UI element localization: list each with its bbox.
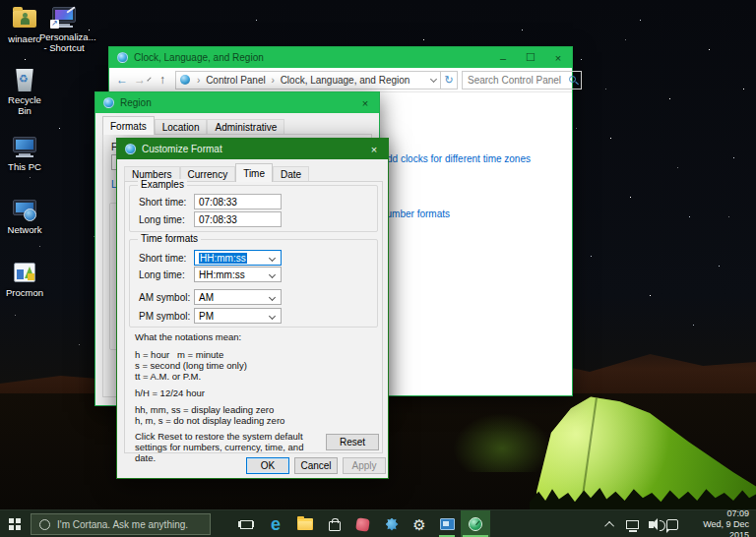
notation-line-4: h/H = 12/24 hour [135,388,205,398]
gear-icon: ⚙ [412,517,425,532]
file-explorer-icon [297,518,313,530]
chevron-down-icon [269,313,276,320]
navigation-toolbar: ← → ↑ › Control Panel › Clock, Language,… [109,68,572,92]
tab-date[interactable]: Date [273,166,309,182]
notation-line-2: s = second (long time only) [135,360,247,371]
dialog-title: Customize Format [142,144,360,154]
tab-time[interactable]: Time [235,163,273,182]
region-dialog-titlebar[interactable]: Region × [95,92,379,113]
settings-taskbar-button[interactable]: ⚙ [406,510,433,537]
example-short-time-value[interactable]: 07:08:33 [194,194,282,209]
control-panel-app-icon [117,52,128,63]
notation-line-6: h, m, s = do not display leading zero [135,415,284,426]
icon-label: This PC [0,161,49,172]
reset-button[interactable]: Reset [326,434,379,450]
short-time-combobox[interactable]: HH:mm:ss [194,250,282,266]
dialog-title: Region [120,97,351,108]
breadcrumb[interactable]: › Control Panel › Clock, Language, and R… [194,75,431,86]
chevron-down-icon [269,271,276,278]
cancel-button[interactable]: Cancel [294,457,338,474]
winaero-taskbar-button[interactable] [348,510,376,537]
back-button[interactable]: ← [113,73,131,87]
winaero-folder-icon [11,6,38,31]
group-title: Examples [138,179,187,190]
search-control-panel-input[interactable]: Search Control Panel [462,71,582,90]
breadcrumb-root[interactable]: Control Panel [206,75,266,86]
notation-line-1: h = hour m = minute [135,349,223,360]
am-symbol-value: AM [199,292,214,303]
start-button[interactable] [0,510,30,537]
datetime-window-icon [440,518,455,530]
address-dropdown-icon[interactable] [430,75,437,82]
stars-dim [0,0,1,1]
refresh-button[interactable]: ↻ [441,71,458,90]
pm-symbol-combobox[interactable]: PM [194,308,282,324]
example-long-time-value[interactable]: 07:08:33 [194,211,282,227]
customize-format-dialog: Customize Format × Numbers Currency Time… [116,138,389,479]
region-dialog-icon [103,97,114,108]
taskbar: I'm Cortana. Ask me anything. e ⚙ 07:09 … [0,509,756,537]
cortana-search-box[interactable]: I'm Cortana. Ask me anything. [31,513,211,535]
close-button[interactable]: × [544,47,572,68]
tray-expand-chevron-icon[interactable] [604,520,614,530]
search-placeholder: Search Control Panel [468,75,561,86]
example-long-time-label: Long time: [139,214,185,225]
notation-line-3: tt = A.M. or P.M. [135,371,201,382]
close-icon[interactable]: × [351,92,379,113]
cortana-icon [39,519,50,530]
winaero-app-icon [355,517,370,532]
store-bag-icon [329,521,341,531]
ok-button[interactable]: OK [246,457,289,474]
link-add-clocks[interactable]: Add clocks for different time zones [372,153,531,164]
task-view-icon [240,520,253,529]
icon-label: Network [0,224,49,235]
apply-button[interactable]: Apply [343,457,386,474]
file-explorer-taskbar-button[interactable] [291,510,319,537]
breadcrumb-page[interactable]: Clock, Language, and Region [281,75,410,86]
desktop-icon-this-pc[interactable]: This PC [0,134,49,172]
personalization-monitor-icon [50,4,78,30]
icon-label-2: - Shortcut [39,42,89,53]
edge-taskbar-button[interactable]: e [262,510,289,537]
tab-currency[interactable]: Currency [180,166,236,182]
blue-app-icon [386,518,399,531]
desktop-icon-procmon[interactable]: Procmon [0,260,49,298]
taskbar-clock[interactable]: 07:09 Wed, 9 Dec 2015 [687,508,756,537]
long-time-combobox[interactable]: HH:mm:ss [194,267,282,282]
minimize-button[interactable]: – [489,47,517,68]
desktop-icon-network[interactable]: Network [0,197,49,235]
customize-format-titlebar[interactable]: Customize Format × [117,139,388,159]
control-panel-titlebar[interactable]: Clock, Language, and Region – ☐ × [109,47,572,68]
chevron-down-icon [269,255,276,262]
recycle-bin-icon [11,67,38,92]
action-center-icon[interactable] [666,519,678,530]
control-panel-taskbar-button-active[interactable] [461,510,490,537]
network-tray-icon[interactable] [626,520,639,529]
icon-label: Personaliza... [39,31,89,42]
clock-time: 07:09 [687,508,749,519]
customize-format-icon [125,144,136,154]
edge-icon: e [271,515,281,533]
datetime-settings-taskbar-button[interactable] [433,510,461,537]
task-view-button[interactable] [232,510,260,537]
close-icon[interactable]: × [360,139,388,159]
breadcrumb-separator: › [269,75,278,86]
blue-app-taskbar-button[interactable] [378,510,406,537]
am-symbol-combobox[interactable]: AM [194,289,282,305]
up-button[interactable]: ↑ [154,73,171,87]
breadcrumb-page-icon [180,75,190,85]
maximize-button[interactable]: ☐ [517,47,544,68]
tab-location[interactable]: Location [155,119,208,135]
control-panel-globe-icon [469,517,482,531]
long-time-value: HH:mm:ss [199,269,245,280]
store-taskbar-button[interactable] [321,510,348,537]
volume-tray-icon[interactable] [649,521,654,528]
tab-administrative[interactable]: Administrative [207,119,284,135]
address-bar[interactable]: › Control Panel › Clock, Language, and R… [175,71,441,90]
long-time-label: Long time: [139,269,185,280]
lit-bush [453,413,551,472]
desktop-icon-personalization-shortcut[interactable]: Personaliza... - Shortcut [39,4,89,53]
tab-formats[interactable]: Formats [102,116,155,135]
chevron-down-icon [269,294,276,301]
desktop-icon-recycle-bin[interactable]: Recycle Bin [0,67,49,116]
